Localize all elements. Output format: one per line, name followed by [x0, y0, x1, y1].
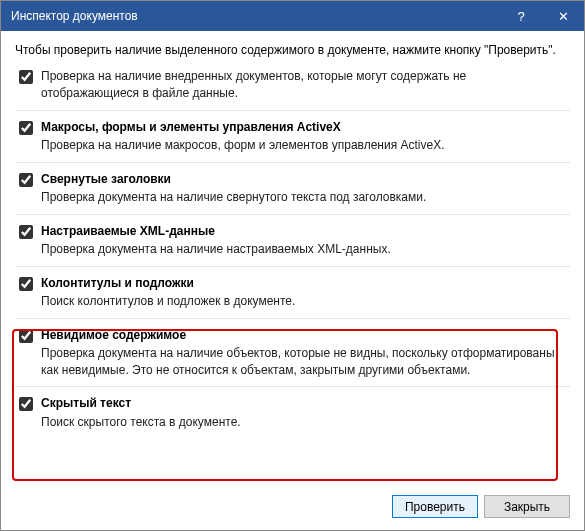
instruction-text: Чтобы проверить наличие выделенного соде… [1, 31, 584, 65]
option-headers-watermarks-checkbox[interactable] [19, 277, 33, 291]
option-hidden-text-checkbox[interactable] [19, 397, 33, 411]
options-list[interactable]: Проверка на наличие внедренных документо… [15, 65, 570, 485]
titlebar: Инспектор документов ? ✕ [1, 1, 584, 31]
option-desc: Проверка документа на наличие свернутого… [41, 189, 564, 206]
option-custom-xml: Настраиваемые XML-данные Проверка докуме… [15, 215, 570, 267]
option-title: Настраиваемые XML-данные [41, 223, 564, 239]
option-invisible-content-checkbox[interactable] [19, 329, 33, 343]
option-title: Колонтитулы и подложки [41, 275, 564, 291]
option-hidden-text: Скрытый текст Поиск скрытого текста в до… [15, 387, 570, 438]
options-list-wrapper: Проверка на наличие внедренных документо… [15, 65, 570, 485]
option-desc: Проверка документа на наличие настраивае… [41, 241, 564, 258]
option-desc: Проверка на наличие внедренных документо… [41, 68, 564, 102]
option-invisible-content: Невидимое содержимое Проверка документа … [15, 319, 570, 388]
option-title: Невидимое содержимое [41, 327, 564, 343]
option-desc: Проверка на наличие макросов, форм и эле… [41, 137, 564, 154]
option-headers-watermarks: Колонтитулы и подложки Поиск колонтитуло… [15, 267, 570, 319]
option-title: Скрытый текст [41, 395, 564, 411]
option-embedded-documents: Проверка на наличие внедренных документо… [15, 66, 570, 111]
option-embedded-documents-checkbox[interactable] [19, 70, 33, 84]
option-collapsed-headers: Свернутые заголовки Проверка документа н… [15, 163, 570, 215]
dialog-title: Инспектор документов [11, 9, 500, 23]
option-collapsed-headers-checkbox[interactable] [19, 173, 33, 187]
option-macros-activex: Макросы, формы и элементы управления Act… [15, 111, 570, 163]
close-dialog-button[interactable]: Закрыть [484, 495, 570, 518]
option-custom-xml-checkbox[interactable] [19, 225, 33, 239]
option-macros-activex-checkbox[interactable] [19, 121, 33, 135]
dialog-footer: Проверить Закрыть [1, 485, 584, 528]
option-title: Макросы, формы и элементы управления Act… [41, 119, 564, 135]
option-desc: Поиск скрытого текста в документе. [41, 414, 564, 431]
inspect-button[interactable]: Проверить [392, 495, 478, 518]
help-button[interactable]: ? [500, 1, 542, 31]
option-title: Свернутые заголовки [41, 171, 564, 187]
close-button[interactable]: ✕ [542, 1, 584, 31]
option-desc: Поиск колонтитулов и подложек в документ… [41, 293, 564, 310]
option-desc: Проверка документа на наличие объектов, … [41, 345, 564, 379]
